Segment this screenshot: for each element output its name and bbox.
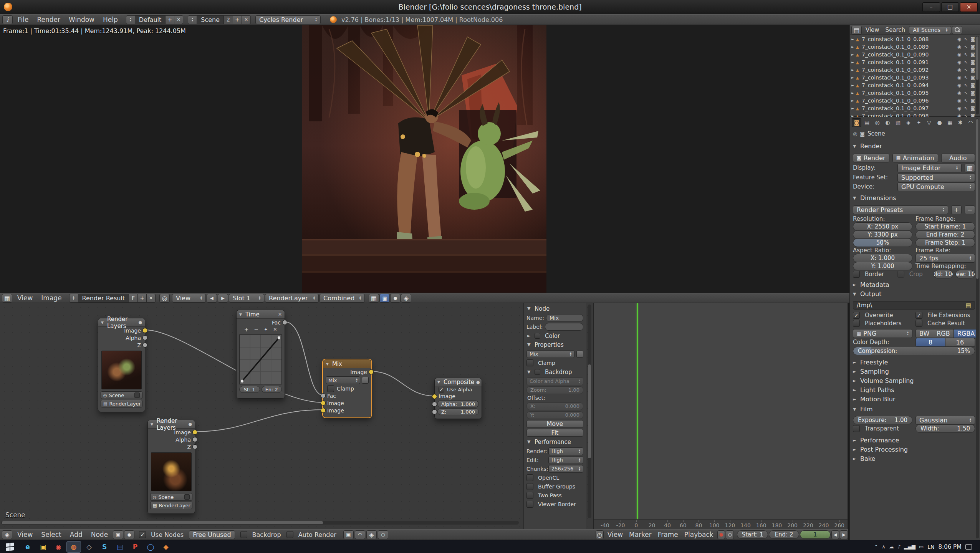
exposure-slider[interactable]: Exposure: 1.00 xyxy=(853,416,912,424)
tray-icon[interactable]: ☁ xyxy=(889,544,894,550)
node-render-layers-2[interactable]: Render Layers Image Alpha Z Scene Render… xyxy=(147,420,195,514)
use-alpha-checkbox[interactable]: Use Alpha xyxy=(435,386,482,393)
visibility-icon[interactable] xyxy=(957,90,961,96)
vertical-scrollbar[interactable] xyxy=(588,305,591,518)
timeline-ruler[interactable]: -40-200204060801001201401601802002202402… xyxy=(594,519,848,529)
properties-tab[interactable]: ✦ xyxy=(914,118,924,127)
new-window-icon[interactable] xyxy=(965,164,975,172)
edit-quality-dropdown[interactable]: High xyxy=(548,456,583,464)
object-name[interactable]: 7_coinstack_0.1_0_0.092 xyxy=(862,67,929,73)
delete-point-icon[interactable] xyxy=(273,327,277,332)
color-panel-header[interactable]: Color xyxy=(526,331,583,340)
file-format-dropdown[interactable]: PNG xyxy=(853,329,912,338)
fps-dropdown[interactable]: 25 fps xyxy=(915,254,975,263)
collapsed-panel-header[interactable]: Light Paths xyxy=(851,385,977,394)
checkbox[interactable] xyxy=(526,359,533,366)
visibility-icon[interactable] xyxy=(957,60,961,65)
buffer-groups-checkbox[interactable]: Buffer Groups xyxy=(526,482,583,490)
properties-tab[interactable]: ◐ xyxy=(883,118,892,127)
visibility-icon[interactable] xyxy=(957,36,961,42)
minimize-button[interactable] xyxy=(922,2,940,12)
outliner-item[interactable]: 7_coinstack_0.1_0_0.089 xyxy=(850,43,977,51)
socket-image-output[interactable] xyxy=(369,369,374,374)
properties-panel-header[interactable]: Properties xyxy=(526,340,583,349)
end-frame-field[interactable]: End Frame: 2 xyxy=(915,230,975,239)
object-name[interactable]: 7_coinstack_0.1_0_0.088 xyxy=(862,36,929,42)
manipulator-icon[interactable] xyxy=(378,530,388,539)
move-button[interactable]: Move xyxy=(526,420,583,428)
properties-tab[interactable]: ◈ xyxy=(904,118,913,127)
tray-icon[interactable]: ▭ xyxy=(919,544,924,550)
socket-fac-output[interactable] xyxy=(282,320,287,325)
resolution-percentage-field[interactable]: 50% xyxy=(853,238,912,247)
expand-icon[interactable] xyxy=(853,456,858,461)
browse-layouts-button[interactable] xyxy=(126,15,135,24)
menu-item[interactable]: Playback xyxy=(681,530,717,540)
current-frame-field[interactable]: 1 xyxy=(800,530,831,539)
checkbox[interactable] xyxy=(526,492,533,499)
collapsed-panel-header[interactable]: Freestyle xyxy=(851,358,977,367)
selectability-icon[interactable] xyxy=(964,75,968,80)
filter-type-dropdown[interactable]: Gaussian xyxy=(915,416,975,425)
taskbar-app-icon[interactable]: S xyxy=(98,541,111,552)
render-engine-dropdown[interactable]: Cycles Render xyxy=(255,15,321,24)
menu-item[interactable]: View xyxy=(13,293,37,303)
node-name-field[interactable]: Mix xyxy=(546,314,583,322)
zoom-in-icon[interactable] xyxy=(244,326,249,333)
dimensions-panel-header[interactable]: Dimensions xyxy=(851,193,977,202)
visibility-icon[interactable] xyxy=(957,106,961,111)
object-name[interactable]: 7_coinstack_0.1_0_0.094 xyxy=(862,82,929,88)
border-checkbox[interactable]: Border xyxy=(853,271,894,278)
checkbox[interactable] xyxy=(327,385,334,392)
close-button[interactable] xyxy=(960,2,978,12)
renderability-icon[interactable] xyxy=(970,75,975,80)
scene-selector[interactable]: Scene xyxy=(150,493,192,501)
old-mapping-field[interactable]: Old: 100 xyxy=(934,270,953,278)
visibility-icon[interactable] xyxy=(957,113,961,117)
cache-result-checkbox[interactable]: Cache Result xyxy=(915,320,975,327)
render-button[interactable]: Render xyxy=(853,154,889,162)
expand-icon[interactable] xyxy=(851,60,856,64)
properties-tab[interactable]: ✱ xyxy=(955,118,965,127)
maximize-button[interactable] xyxy=(941,2,959,12)
fit-button[interactable]: Fit xyxy=(526,429,583,437)
taskbar-app-icon[interactable]: P xyxy=(128,541,142,552)
draw-channel-color-icon[interactable] xyxy=(369,294,379,303)
object-name[interactable]: 7_coinstack_0.1_0_0.097 xyxy=(862,105,929,111)
jump-prev-icon[interactable] xyxy=(831,530,839,539)
node-canvas[interactable]: Render Layers Image Alpha Z Scene Render… xyxy=(0,303,594,529)
renderability-icon[interactable] xyxy=(970,90,975,96)
remove-preset-button[interactable] xyxy=(965,205,975,214)
users-badge[interactable] xyxy=(134,392,140,398)
visibility-icon[interactable] xyxy=(957,67,961,73)
taskbar-app-icon[interactable]: ◇ xyxy=(82,541,96,552)
outliner-item[interactable]: 7_coinstack_0.1_0_0.091 xyxy=(850,58,977,66)
socket-z-output[interactable] xyxy=(192,444,197,449)
blend-mode-dropdown[interactable]: Mix xyxy=(526,350,574,358)
selectability-icon[interactable] xyxy=(964,83,968,88)
checkbox[interactable] xyxy=(853,271,860,278)
taskbar-app-icon[interactable]: ◯ xyxy=(144,541,157,552)
selectability-icon[interactable] xyxy=(964,36,968,42)
two-pass-checkbox[interactable]: Two Pass xyxy=(526,491,583,499)
renderability-icon[interactable] xyxy=(970,98,975,103)
feature-set-dropdown[interactable]: Supported xyxy=(897,173,975,182)
checkbox[interactable] xyxy=(853,320,860,327)
checkbox[interactable] xyxy=(240,531,247,538)
shader-type-icon[interactable] xyxy=(124,530,134,539)
menu-item[interactable]: Help xyxy=(99,15,122,25)
menu-item[interactable]: View xyxy=(604,530,626,540)
draw-channel-color-alpha-icon[interactable] xyxy=(379,294,390,303)
checkbox[interactable] xyxy=(526,483,533,490)
expand-icon[interactable] xyxy=(851,106,856,110)
socket-z-output[interactable] xyxy=(142,343,147,348)
expand-icon[interactable] xyxy=(851,114,856,117)
visibility-icon[interactable] xyxy=(957,75,961,80)
render-pass-dropdown[interactable]: Combined xyxy=(319,294,365,303)
taskbar-app-icon[interactable]: ◆ xyxy=(159,541,173,552)
menu-item[interactable]: Node xyxy=(87,530,112,540)
audio-button[interactable]: Audio xyxy=(941,154,975,162)
outliner-item[interactable]: 7_coinstack_0.1_0_0.092 xyxy=(850,66,977,74)
output-path-field[interactable]: /tmp\ xyxy=(853,301,975,310)
slot-dropdown[interactable]: Slot 1 xyxy=(229,294,264,303)
